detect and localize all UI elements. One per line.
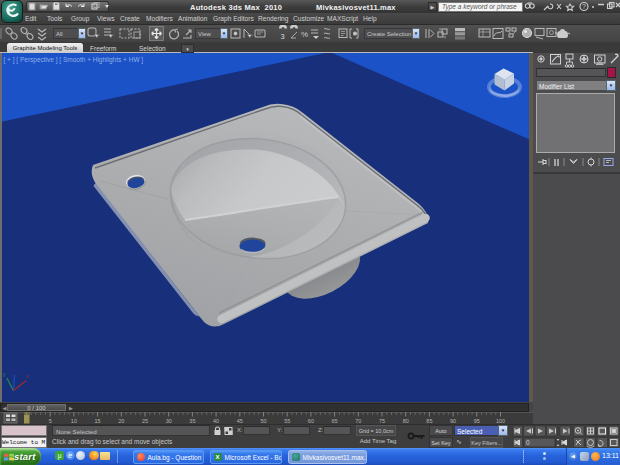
svg-text:60: 60 [308, 418, 314, 424]
svg-text:55: 55 [284, 418, 290, 424]
svg-text:15: 15 [95, 418, 101, 424]
svg-text:75: 75 [379, 418, 385, 424]
svg-text:%: % [301, 30, 308, 39]
svg-text:[ + ] [ Perspective ] [ Smooth: [ + ] [ Perspective ] [ Smooth + Highlig… [4, 56, 144, 64]
svg-text:25: 25 [142, 418, 148, 424]
svg-text:70: 70 [355, 418, 361, 424]
svg-text:95: 95 [474, 418, 480, 424]
svg-text:40: 40 [213, 418, 219, 424]
svg-text:3: 3 [281, 32, 285, 41]
svg-text:?: ? [582, 3, 586, 10]
svg-text:0: 0 [526, 439, 530, 446]
svg-text:50: 50 [260, 418, 266, 424]
svg-text:35: 35 [189, 418, 195, 424]
svg-text:85: 85 [426, 418, 432, 424]
svg-text:80: 80 [403, 418, 409, 424]
svg-text:5: 5 [49, 418, 52, 424]
svg-text:20: 20 [118, 418, 124, 424]
svg-text:100: 100 [496, 418, 505, 424]
svg-text:90: 90 [450, 418, 456, 424]
svg-text:65: 65 [332, 418, 338, 424]
svg-text:10: 10 [71, 418, 77, 424]
svg-text:30: 30 [166, 418, 172, 424]
svg-text:45: 45 [237, 418, 243, 424]
